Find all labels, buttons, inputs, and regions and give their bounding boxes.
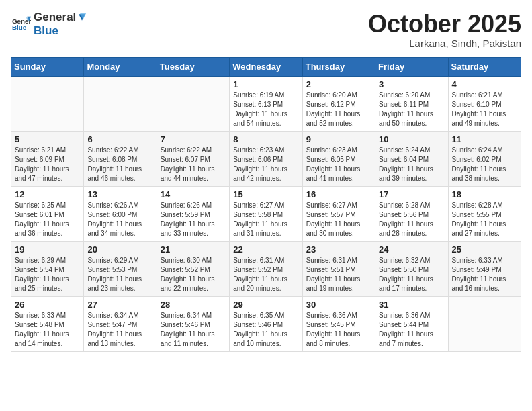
calendar-cell: 1Sunrise: 6:19 AM Sunset: 6:13 PM Daylig… <box>230 76 302 131</box>
day-number: 19 <box>15 244 80 255</box>
calendar-cell: 15Sunrise: 6:27 AM Sunset: 5:58 PM Dayli… <box>230 186 302 241</box>
calendar-cell: 23Sunrise: 6:31 AM Sunset: 5:51 PM Dayli… <box>302 241 375 296</box>
day-number: 23 <box>306 244 371 255</box>
calendar-cell: 12Sunrise: 6:25 AM Sunset: 6:01 PM Dayli… <box>11 186 84 241</box>
calendar-cell: 19Sunrise: 6:29 AM Sunset: 5:54 PM Dayli… <box>11 241 84 296</box>
weekday-header-sunday: Sunday <box>11 57 84 76</box>
calendar-cell <box>84 76 157 131</box>
calendar-week-row: 19Sunrise: 6:29 AM Sunset: 5:54 PM Dayli… <box>11 241 521 296</box>
page-header: General Blue General Blue October 2025 L… <box>11 11 521 49</box>
calendar-cell: 10Sunrise: 6:24 AM Sunset: 6:04 PM Dayli… <box>375 131 448 186</box>
day-number: 3 <box>379 79 444 89</box>
day-number: 4 <box>452 79 517 89</box>
day-number: 26 <box>15 300 80 310</box>
calendar-cell: 6Sunrise: 6:22 AM Sunset: 6:08 PM Daylig… <box>84 131 157 186</box>
day-info: Sunrise: 6:20 AM Sunset: 6:12 PM Dayligh… <box>306 91 371 128</box>
calendar-cell: 3Sunrise: 6:20 AM Sunset: 6:11 PM Daylig… <box>375 76 448 131</box>
calendar-cell: 29Sunrise: 6:35 AM Sunset: 5:46 PM Dayli… <box>230 296 302 351</box>
day-number: 22 <box>233 244 298 255</box>
weekday-header-wednesday: Wednesday <box>230 57 302 76</box>
calendar-cell: 2Sunrise: 6:20 AM Sunset: 6:12 PM Daylig… <box>302 76 375 131</box>
calendar-cell: 26Sunrise: 6:33 AM Sunset: 5:48 PM Dayli… <box>11 296 84 351</box>
calendar-cell: 21Sunrise: 6:30 AM Sunset: 5:52 PM Dayli… <box>157 241 229 296</box>
weekday-header-tuesday: Tuesday <box>157 57 229 76</box>
day-info: Sunrise: 6:26 AM Sunset: 6:00 PM Dayligh… <box>87 201 152 238</box>
calendar-cell: 14Sunrise: 6:26 AM Sunset: 5:59 PM Dayli… <box>157 186 229 241</box>
day-info: Sunrise: 6:22 AM Sunset: 6:07 PM Dayligh… <box>161 146 226 183</box>
logo-general-text: General <box>34 11 76 24</box>
calendar-cell: 28Sunrise: 6:34 AM Sunset: 5:46 PM Dayli… <box>157 296 229 351</box>
day-number: 31 <box>379 300 444 310</box>
calendar-cell: 17Sunrise: 6:28 AM Sunset: 5:56 PM Dayli… <box>375 186 448 241</box>
calendar-cell: 11Sunrise: 6:24 AM Sunset: 6:02 PM Dayli… <box>448 131 521 186</box>
day-number: 27 <box>87 300 152 310</box>
day-info: Sunrise: 6:29 AM Sunset: 5:53 PM Dayligh… <box>87 256 152 293</box>
calendar-cell: 27Sunrise: 6:34 AM Sunset: 5:47 PM Dayli… <box>84 296 157 351</box>
logo-blue-text: Blue <box>34 24 58 37</box>
calendar-cell <box>11 76 84 131</box>
month-title: October 2025 <box>368 11 521 38</box>
weekday-header-thursday: Thursday <box>302 57 375 76</box>
calendar-cell: 22Sunrise: 6:31 AM Sunset: 5:52 PM Dayli… <box>230 241 302 296</box>
day-info: Sunrise: 6:27 AM Sunset: 5:58 PM Dayligh… <box>233 201 298 238</box>
day-info: Sunrise: 6:35 AM Sunset: 5:46 PM Dayligh… <box>233 311 298 349</box>
day-info: Sunrise: 6:34 AM Sunset: 5:47 PM Dayligh… <box>87 311 152 349</box>
day-info: Sunrise: 6:36 AM Sunset: 5:44 PM Dayligh… <box>379 311 444 349</box>
day-number: 25 <box>452 244 517 255</box>
day-number: 30 <box>306 300 371 310</box>
calendar-cell: 18Sunrise: 6:28 AM Sunset: 5:55 PM Dayli… <box>448 186 521 241</box>
day-info: Sunrise: 6:31 AM Sunset: 5:52 PM Dayligh… <box>233 256 298 293</box>
calendar-cell: 7Sunrise: 6:22 AM Sunset: 6:07 PM Daylig… <box>157 131 229 186</box>
logo-arrow-icon <box>77 12 87 23</box>
day-number: 1 <box>233 79 298 89</box>
weekday-header-row: SundayMondayTuesdayWednesdayThursdayFrid… <box>11 57 521 76</box>
day-number: 9 <box>306 134 371 144</box>
calendar-cell <box>448 296 521 351</box>
calendar-cell: 31Sunrise: 6:36 AM Sunset: 5:44 PM Dayli… <box>375 296 448 351</box>
day-number: 28 <box>161 300 226 310</box>
day-number: 29 <box>233 300 298 310</box>
day-number: 6 <box>87 134 152 144</box>
day-info: Sunrise: 6:34 AM Sunset: 5:46 PM Dayligh… <box>161 311 226 349</box>
weekday-header-friday: Friday <box>375 57 448 76</box>
day-info: Sunrise: 6:26 AM Sunset: 5:59 PM Dayligh… <box>161 201 226 238</box>
day-number: 17 <box>379 189 444 199</box>
day-number: 21 <box>161 244 226 255</box>
day-info: Sunrise: 6:32 AM Sunset: 5:50 PM Dayligh… <box>379 256 444 293</box>
day-info: Sunrise: 6:29 AM Sunset: 5:54 PM Dayligh… <box>15 256 80 293</box>
day-info: Sunrise: 6:27 AM Sunset: 5:57 PM Dayligh… <box>306 201 371 238</box>
day-info: Sunrise: 6:31 AM Sunset: 5:51 PM Dayligh… <box>306 256 371 293</box>
weekday-header-saturday: Saturday <box>448 57 521 76</box>
calendar-week-row: 1Sunrise: 6:19 AM Sunset: 6:13 PM Daylig… <box>11 76 521 131</box>
day-info: Sunrise: 6:21 AM Sunset: 6:10 PM Dayligh… <box>452 91 517 128</box>
calendar-week-row: 26Sunrise: 6:33 AM Sunset: 5:48 PM Dayli… <box>11 296 521 351</box>
day-info: Sunrise: 6:33 AM Sunset: 5:49 PM Dayligh… <box>452 256 517 293</box>
day-info: Sunrise: 6:36 AM Sunset: 5:45 PM Dayligh… <box>306 311 371 349</box>
calendar-cell: 13Sunrise: 6:26 AM Sunset: 6:00 PM Dayli… <box>84 186 157 241</box>
calendar-cell: 5Sunrise: 6:21 AM Sunset: 6:09 PM Daylig… <box>11 131 84 186</box>
title-section: October 2025 Larkana, Sindh, Pakistan <box>368 11 521 49</box>
calendar-cell: 8Sunrise: 6:23 AM Sunset: 6:06 PM Daylig… <box>230 131 302 186</box>
day-number: 10 <box>379 134 444 144</box>
day-info: Sunrise: 6:25 AM Sunset: 6:01 PM Dayligh… <box>15 201 80 238</box>
day-info: Sunrise: 6:28 AM Sunset: 5:55 PM Dayligh… <box>452 201 517 238</box>
day-info: Sunrise: 6:22 AM Sunset: 6:08 PM Dayligh… <box>87 146 152 183</box>
day-number: 13 <box>87 189 152 199</box>
day-number: 12 <box>15 189 80 199</box>
calendar-cell: 4Sunrise: 6:21 AM Sunset: 6:10 PM Daylig… <box>448 76 521 131</box>
day-number: 11 <box>452 134 517 144</box>
calendar-cell <box>157 76 229 131</box>
day-number: 8 <box>233 134 298 144</box>
logo: General Blue General Blue <box>11 11 88 38</box>
calendar-cell: 24Sunrise: 6:32 AM Sunset: 5:50 PM Dayli… <box>375 241 448 296</box>
day-info: Sunrise: 6:21 AM Sunset: 6:09 PM Dayligh… <box>15 146 80 183</box>
weekday-header-monday: Monday <box>84 57 157 76</box>
day-info: Sunrise: 6:33 AM Sunset: 5:48 PM Dayligh… <box>15 311 80 349</box>
day-number: 18 <box>452 189 517 199</box>
svg-text:Blue: Blue <box>12 24 27 31</box>
day-info: Sunrise: 6:24 AM Sunset: 6:02 PM Dayligh… <box>452 146 517 183</box>
logo-icon: General Blue <box>12 15 31 34</box>
location-title: Larkana, Sindh, Pakistan <box>368 38 521 49</box>
day-number: 14 <box>161 189 226 199</box>
day-number: 16 <box>306 189 371 199</box>
